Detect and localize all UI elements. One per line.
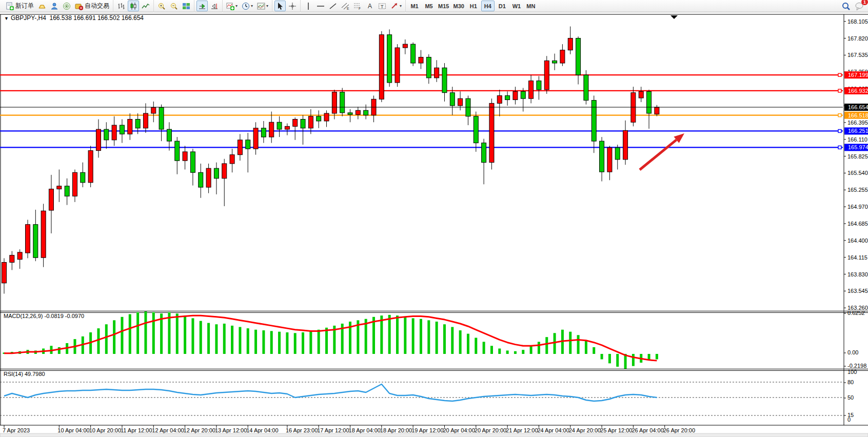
candle <box>238 140 242 155</box>
svg-text:26 Apr 04:00: 26 Apr 04:00 <box>632 427 663 433</box>
timeframe-h1[interactable]: H1 <box>467 1 480 11</box>
svg-text:166.395: 166.395 <box>847 120 868 126</box>
candle <box>175 141 180 161</box>
candle <box>57 186 62 189</box>
candle <box>72 172 77 196</box>
indicators-button[interactable]: ▾ <box>225 1 239 11</box>
timeframe-m15[interactable]: M15 <box>437 1 450 11</box>
new-order-button[interactable]: 新订单 <box>4 1 35 11</box>
timeframe-m1[interactable]: M1 <box>408 1 421 11</box>
hline-icon <box>317 2 325 10</box>
candlestick-button[interactable] <box>128 1 139 11</box>
zoom-in-icon <box>157 2 166 10</box>
new-order-icon <box>6 2 14 10</box>
candle <box>261 128 266 137</box>
candle <box>647 91 652 113</box>
svg-text:T: T <box>381 4 384 9</box>
crosshair-button[interactable] <box>287 1 298 11</box>
community-button[interactable] <box>49 1 60 11</box>
candle <box>151 107 156 113</box>
bar-chart-icon <box>117 2 125 10</box>
timeframe-d1[interactable]: D1 <box>496 1 509 11</box>
candle <box>199 172 203 187</box>
tile-windows-button[interactable] <box>181 1 192 11</box>
trendline-tool-button[interactable] <box>327 1 339 11</box>
svg-text:18 Apr 04:00: 18 Apr 04:00 <box>349 427 381 433</box>
bar-chart-button[interactable] <box>115 1 127 11</box>
search-button[interactable] <box>840 1 852 11</box>
svg-text:0.00: 0.00 <box>847 349 858 355</box>
template-icon <box>257 2 265 10</box>
objects-group: ▾ ▾ ▾ <box>222 0 272 12</box>
candle <box>395 48 400 83</box>
label-tool-button[interactable]: T <box>377 1 388 11</box>
candle <box>379 35 384 100</box>
svg-text:163.545: 163.545 <box>847 288 868 294</box>
candle <box>655 107 659 114</box>
svg-text:80: 80 <box>847 379 854 385</box>
candle <box>81 172 85 183</box>
candle <box>253 128 258 149</box>
chart-symbol-period: GBPJPY-,H4 <box>11 14 46 22</box>
text-icon: A <box>366 2 373 10</box>
candle <box>301 120 305 128</box>
candle <box>426 57 431 77</box>
candle <box>65 186 69 196</box>
zoom-in-button[interactable] <box>156 1 167 11</box>
vline-icon <box>305 2 312 10</box>
templates-button[interactable]: ▾ <box>255 1 270 11</box>
timeframe-h4[interactable]: H4 <box>481 1 495 11</box>
candle <box>190 152 195 172</box>
auto-scroll-button[interactable] <box>196 1 208 11</box>
auto-trading-button[interactable]: 自动交易 <box>73 1 111 11</box>
svg-text:19 Apr 12:00: 19 Apr 12:00 <box>411 427 443 433</box>
zoom-group <box>153 0 194 12</box>
candle <box>25 225 30 253</box>
line-chart-button[interactable] <box>140 1 151 11</box>
candle <box>230 155 234 164</box>
crosshair-icon <box>288 2 297 10</box>
zoom-out-icon <box>170 2 178 10</box>
chart-canvas[interactable]: 168.105167.820167.535167.250166.965166.6… <box>0 12 868 437</box>
candle <box>246 140 250 149</box>
candle <box>600 141 604 172</box>
text-tool-button[interactable]: A <box>364 1 376 11</box>
price-label-box: 165.974 <box>844 144 868 151</box>
vline-tool-button[interactable] <box>303 1 314 11</box>
chart-shift-button[interactable] <box>209 1 220 11</box>
fibonacci-tool-button[interactable]: F <box>352 1 363 11</box>
trendline-icon <box>329 2 337 10</box>
signals-button[interactable] <box>61 1 72 11</box>
svg-text:10 Apr 04:00: 10 Apr 04:00 <box>57 427 89 433</box>
scroll-group <box>194 0 222 12</box>
candle <box>293 120 298 127</box>
symbol-dropdown-icon[interactable]: ▼ <box>4 16 9 21</box>
macd-indicator-label: MACD(12,26,9) -0.0819 -0.0970 <box>4 313 84 319</box>
timeframe-m30[interactable]: M30 <box>451 1 465 11</box>
candle <box>167 129 171 141</box>
candle <box>143 113 148 128</box>
candle <box>482 143 486 163</box>
svg-text:166.518: 166.518 <box>848 112 868 118</box>
periods-button[interactable]: ▾ <box>240 1 254 11</box>
candle <box>364 110 368 115</box>
arrows-tool-button[interactable]: ▾ <box>389 1 403 11</box>
svg-text:167.820: 167.820 <box>847 35 868 42</box>
chat-badge: 1 <box>861 0 868 5</box>
hline-tool-button[interactable] <box>315 1 326 11</box>
cursor-group <box>272 0 300 12</box>
chat-button[interactable]: 1 <box>853 1 865 11</box>
person-icon <box>50 2 58 10</box>
timeframe-m5[interactable]: M5 <box>422 1 436 11</box>
zoom-out-button[interactable] <box>168 1 180 11</box>
svg-text:12 Apr 20:00: 12 Apr 20:00 <box>184 427 215 433</box>
deposit-button[interactable] <box>36 1 48 11</box>
chart-window: ▼GBPJPY-,H4 166.538 166.691 166.502 166.… <box>0 12 868 437</box>
timeframe-mn[interactable]: MN <box>524 1 538 11</box>
price-label-box: 167.199 <box>844 71 868 78</box>
signal-icon <box>63 2 71 10</box>
cursor-button[interactable] <box>274 1 286 11</box>
timeframe-w1[interactable]: W1 <box>510 1 523 11</box>
main-toolbar: 新订单 自动交易 <box>0 0 868 12</box>
channel-tool-button[interactable]: E <box>340 1 351 11</box>
